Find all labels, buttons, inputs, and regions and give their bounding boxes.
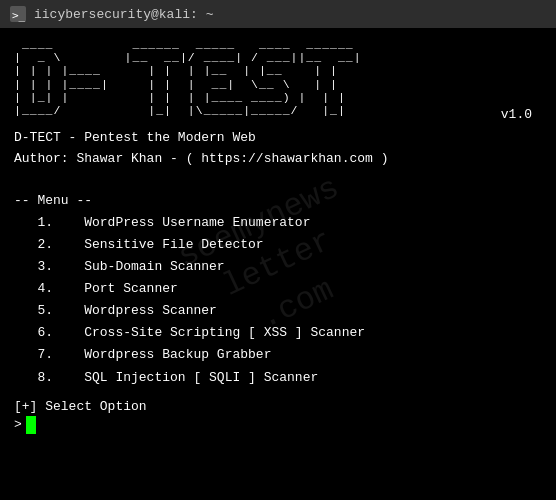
- menu-item: 8. SQL Injection [ SQLI ] Scanner: [14, 367, 542, 389]
- title-bar: >_ iicybersecurity@kali: ~: [0, 0, 556, 28]
- menu-list: 1. WordPress Username Enumerator 2. Sens…: [14, 212, 542, 389]
- menu-item: 4. Port Scanner: [14, 278, 542, 300]
- terminal-window: >_ iicybersecurity@kali: ~ seemynewslett…: [0, 0, 556, 500]
- menu-item: 5. Wordpress Scanner: [14, 300, 542, 322]
- author-line: Author: Shawar Khan - ( https://shawarkh…: [14, 149, 542, 170]
- version-text: v1.0: [501, 107, 532, 122]
- terminal-body[interactable]: seemynewsletter.com ____ ______ _____ __…: [0, 28, 556, 500]
- prompt-char: >: [14, 417, 22, 432]
- prompt-line: >: [14, 416, 542, 434]
- svg-text:>_: >_: [12, 9, 26, 22]
- terminal-icon: >_: [10, 6, 26, 22]
- ascii-art-banner: ____ ______ _____ ____ ______ | _ \ |__ …: [14, 38, 542, 117]
- menu-item: 6. Cross-Site Scripting [ XSS ] Scanner: [14, 322, 542, 344]
- menu-header: -- Menu --: [14, 178, 542, 208]
- cursor-block: [26, 416, 36, 434]
- select-prompt: [+] Select Option: [14, 399, 542, 414]
- menu-item: 1. WordPress Username Enumerator: [14, 212, 542, 234]
- menu-item: 2. Sensitive File Detector: [14, 234, 542, 256]
- title-bar-text: iicybersecurity@kali: ~: [34, 7, 213, 22]
- menu-item: 3. Sub-Domain Scanner: [14, 256, 542, 278]
- description-line: D-TECT - Pentest the Modern Web: [14, 128, 542, 149]
- menu-item: 7. Wordpress Backup Grabber: [14, 344, 542, 366]
